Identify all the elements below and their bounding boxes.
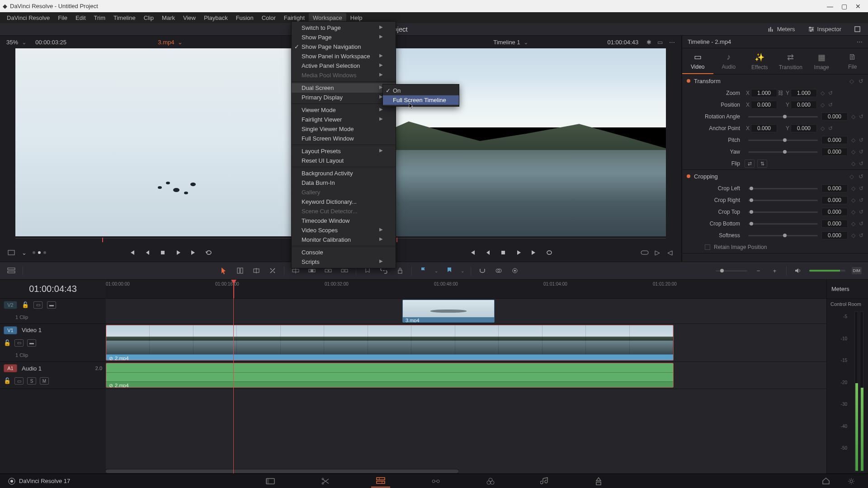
keyframe-diamond-icon[interactable]: ◇	[849, 78, 854, 84]
menu-item-single-viewer-mode[interactable]: Single Viewer Mode	[292, 124, 396, 134]
track-badge-v2[interactable]: V2	[4, 301, 17, 309]
track-badge-a1[interactable]: A1	[4, 364, 17, 372]
position-y-field[interactable]: 0.000	[791, 101, 817, 109]
position-lock-button[interactable]	[510, 266, 520, 276]
keyframe-diamond-icon[interactable]: ◇	[851, 232, 855, 239]
rotation-slider[interactable]	[748, 116, 818, 117]
menu-item-primary-display[interactable]: Primary Display▶	[292, 93, 396, 102]
anchor-x-field[interactable]: 0.000	[751, 124, 777, 132]
menu-timeline[interactable]: Timeline	[109, 13, 140, 23]
linked-selection-button[interactable]	[494, 266, 504, 276]
expand-icon[interactable]: ⋯	[857, 38, 863, 45]
menu-color[interactable]: Color	[258, 13, 280, 23]
menu-item-video-scopes[interactable]: Video Scopes▶	[292, 225, 396, 235]
menu-item-dual-screen[interactable]: Dual Screen▶	[292, 83, 396, 93]
overwrite-button[interactable]	[653, 249, 661, 257]
menu-item-show-page[interactable]: Show Page▶	[292, 33, 396, 42]
solo-button[interactable]: S	[27, 377, 36, 385]
auto-select-button[interactable]: ▭	[14, 339, 24, 347]
menu-clip[interactable]: Clip	[140, 13, 158, 23]
keyframe-diamond-icon[interactable]: ◇	[821, 125, 825, 131]
menu-item-console[interactable]: Console	[292, 248, 396, 257]
minimize-button[interactable]: —	[827, 3, 833, 10]
play-button[interactable]	[174, 249, 182, 257]
options-icon[interactable]: ⋯	[669, 39, 675, 46]
menu-playback[interactable]: Playback	[200, 13, 232, 23]
home-button[interactable]	[817, 475, 835, 487]
timeline-body[interactable]: 01:00:00:0001:00:16:0001:00:32:0001:00:4…	[106, 280, 826, 474]
close-button[interactable]: ✕	[855, 3, 861, 10]
snap-button[interactable]	[477, 266, 487, 276]
fairlight-page-button[interactable]	[536, 475, 554, 487]
reset-icon[interactable]: ↺	[859, 137, 863, 143]
track-view-button[interactable]: ▬	[47, 301, 56, 309]
menu-item-layout-presets[interactable]: Layout Presets▶	[292, 146, 396, 156]
auto-select-button[interactable]: ▭	[33, 301, 42, 309]
menu-item-full-screen-timeline[interactable]: Full Screen Timeline	[383, 95, 459, 105]
next-frame-button[interactable]	[189, 249, 198, 257]
enable-dot[interactable]	[687, 174, 690, 178]
softness-slider[interactable]	[748, 235, 818, 236]
keyframe-diamond-icon[interactable]: ◇	[851, 160, 855, 167]
yaw-slider[interactable]	[748, 151, 818, 153]
menu-item-full-screen-window[interactable]: Full Screen Window	[292, 134, 396, 143]
reset-icon[interactable]: ↺	[859, 185, 863, 192]
clip-2mp4-audio[interactable]: ⊘2.mp4	[106, 363, 674, 388]
maximize-button[interactable]: ▢	[841, 3, 847, 10]
first-frame-button[interactable]	[468, 249, 476, 257]
source-zoom[interactable]: 35%	[6, 39, 18, 46]
track-badge-v1[interactable]: V1	[4, 326, 17, 334]
view-dots[interactable]	[33, 251, 46, 254]
clip-2mp4-video[interactable]: ⊘2.mp4	[106, 325, 674, 361]
reset-icon[interactable]: ↺	[859, 173, 863, 180]
menu-item-timecode-window[interactable]: Timecode Window	[292, 216, 396, 225]
menu-item-keyword-dictionary-[interactable]: Keyword Dictionary...	[292, 197, 396, 206]
zoom-in-button[interactable]: +	[770, 266, 780, 276]
pitch-field[interactable]: 0.000	[821, 136, 848, 144]
reset-icon[interactable]: ↺	[828, 90, 833, 96]
track-v1[interactable]: ⊘2.mp4	[106, 324, 826, 362]
blade-tool[interactable]	[268, 266, 278, 276]
softness-field[interactable]: 0.000	[821, 231, 848, 239]
reset-icon[interactable]: ↺	[859, 149, 863, 155]
cut-page-button[interactable]	[316, 475, 335, 487]
tab-video[interactable]: ▭Video	[682, 48, 713, 74]
menu-view[interactable]: View	[179, 13, 200, 23]
crop-top-slider[interactable]	[748, 211, 818, 213]
next-frame-button[interactable]	[530, 249, 538, 257]
tab-effects[interactable]: ✨Effects	[744, 48, 775, 74]
keyframe-diamond-icon[interactable]: ◇	[851, 209, 855, 215]
crop-bottom-field[interactable]: 0.000	[821, 220, 848, 228]
workspace-menu[interactable]: Switch to Page▶Show Page▶✓Show Page Navi…	[291, 21, 396, 268]
menu-item-reset-ui-layout[interactable]: Reset UI Layout	[292, 156, 396, 165]
lock-icon[interactable]: 🔓	[4, 377, 11, 385]
auto-select-button[interactable]: ▭	[14, 377, 24, 385]
timeline-view-button[interactable]	[6, 266, 16, 276]
edit-page-button[interactable]	[371, 475, 390, 488]
flip-h-button[interactable]: ⇄	[745, 160, 755, 168]
crop-left-field[interactable]: 0.000	[821, 184, 848, 192]
position-x-field[interactable]: 0.000	[751, 101, 777, 109]
flip-v-button[interactable]: ⇅	[757, 160, 767, 168]
lock-icon[interactable]: 🔓	[22, 301, 29, 309]
tab-transition[interactable]: ⇄Transition	[775, 48, 807, 74]
keyframe-diamond-icon[interactable]: ◇	[849, 173, 854, 180]
keyframe-diamond-icon[interactable]: ◇	[851, 221, 855, 227]
track-view-button[interactable]: ▬	[27, 339, 36, 347]
reset-icon[interactable]: ↺	[859, 197, 863, 203]
menu-item-on[interactable]: ✓On	[383, 86, 459, 95]
meters-toggle[interactable]: Meters	[765, 25, 798, 33]
anchor-y-field[interactable]: 0.000	[791, 124, 817, 132]
insert-button[interactable]	[641, 249, 649, 257]
yaw-field[interactable]: 0.000	[821, 148, 848, 156]
marker-color-button[interactable]	[444, 266, 454, 276]
timeline-name[interactable]: Timeline 1	[493, 39, 520, 46]
first-frame-button[interactable]	[128, 249, 136, 257]
source-scrubber[interactable]	[15, 238, 326, 244]
chevron-down-icon[interactable]: ⌄	[434, 268, 438, 273]
reset-icon[interactable]: ↺	[828, 125, 833, 131]
timeline-timecode[interactable]: 01:00:04:43	[0, 280, 106, 299]
reset-icon[interactable]: ↺	[859, 113, 863, 120]
selection-tool[interactable]	[219, 266, 229, 276]
link-icon[interactable]: ⛓	[777, 90, 784, 96]
